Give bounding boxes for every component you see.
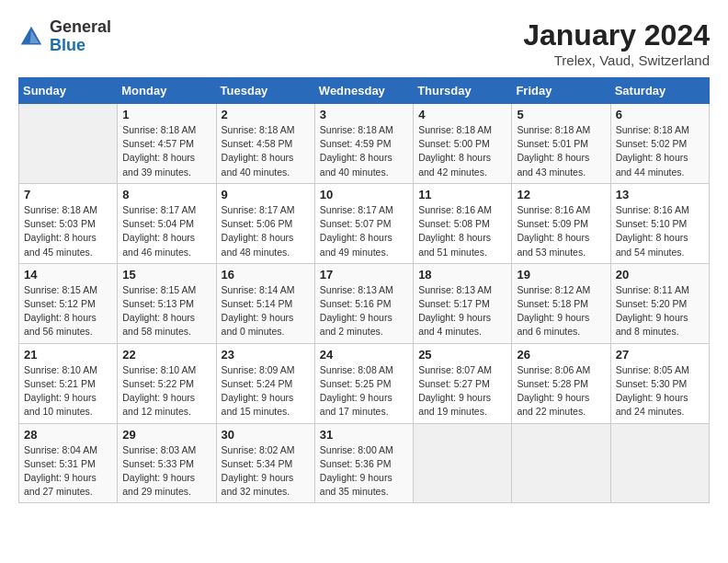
day-detail: Sunrise: 8:00 AM Sunset: 5:36 PM Dayligh…: [320, 443, 408, 500]
calendar-cell: 17Sunrise: 8:13 AM Sunset: 5:16 PM Dayli…: [314, 263, 413, 343]
calendar-cell: [19, 104, 118, 184]
day-detail: Sunrise: 8:10 AM Sunset: 5:22 PM Dayligh…: [122, 363, 210, 419]
day-number: 17: [320, 268, 408, 282]
calendar-cell: 12Sunrise: 8:16 AM Sunset: 5:09 PM Dayli…: [512, 183, 610, 263]
day-number: 3: [320, 108, 408, 121]
day-number: 29: [122, 428, 210, 442]
calendar-cell: 11Sunrise: 8:16 AM Sunset: 5:08 PM Dayli…: [414, 183, 512, 263]
day-detail: Sunrise: 8:17 AM Sunset: 5:07 PM Dayligh…: [320, 203, 408, 259]
day-number: 14: [24, 268, 112, 282]
day-detail: Sunrise: 8:06 AM Sunset: 5:28 PM Dayligh…: [517, 363, 605, 419]
calendar-cell: 5Sunrise: 8:18 AM Sunset: 5:01 PM Daylig…: [512, 104, 610, 184]
week-row-3: 14Sunrise: 8:15 AM Sunset: 5:12 PM Dayli…: [19, 263, 710, 343]
day-detail: Sunrise: 8:18 AM Sunset: 4:59 PM Dayligh…: [320, 123, 408, 179]
calendar-cell: 8Sunrise: 8:17 AM Sunset: 5:04 PM Daylig…: [118, 183, 216, 263]
day-number: 11: [418, 188, 506, 201]
weekday-header-wednesday: Wednesday: [314, 78, 413, 104]
calendar-cell: 21Sunrise: 8:10 AM Sunset: 5:21 PM Dayli…: [19, 343, 118, 423]
weekday-header-row: SundayMondayTuesdayWednesdayThursdayFrid…: [19, 78, 710, 104]
calendar-cell: 26Sunrise: 8:06 AM Sunset: 5:28 PM Dayli…: [512, 343, 610, 423]
calendar-cell: [414, 423, 512, 503]
day-number: 5: [517, 108, 605, 121]
weekday-header-sunday: Sunday: [19, 78, 118, 104]
day-number: 13: [616, 188, 704, 201]
day-detail: Sunrise: 8:16 AM Sunset: 5:09 PM Dayligh…: [517, 203, 605, 259]
day-detail: Sunrise: 8:09 AM Sunset: 5:24 PM Dayligh…: [222, 363, 310, 419]
calendar-cell: [610, 423, 709, 503]
day-number: 16: [222, 268, 310, 282]
day-number: 26: [517, 348, 605, 362]
weekday-header-tuesday: Tuesday: [216, 78, 314, 104]
day-detail: Sunrise: 8:18 AM Sunset: 5:02 PM Dayligh…: [616, 123, 704, 179]
day-number: 9: [222, 188, 310, 201]
day-number: 7: [24, 188, 112, 201]
calendar-cell: 15Sunrise: 8:15 AM Sunset: 5:13 PM Dayli…: [118, 263, 216, 343]
logo-blue: Blue: [50, 36, 85, 54]
weekday-header-saturday: Saturday: [610, 78, 709, 104]
calendar-cell: 4Sunrise: 8:18 AM Sunset: 5:00 PM Daylig…: [414, 104, 512, 184]
calendar-title: January 2024: [523, 18, 710, 52]
calendar-cell: 19Sunrise: 8:12 AM Sunset: 5:18 PM Dayli…: [512, 263, 610, 343]
header: General Blue January 2024 Trelex, Vaud, …: [18, 18, 710, 68]
calendar-cell: 28Sunrise: 8:04 AM Sunset: 5:31 PM Dayli…: [19, 423, 118, 503]
calendar-cell: 2Sunrise: 8:18 AM Sunset: 4:58 PM Daylig…: [216, 104, 314, 184]
day-detail: Sunrise: 8:13 AM Sunset: 5:17 PM Dayligh…: [418, 283, 506, 339]
day-detail: Sunrise: 8:16 AM Sunset: 5:10 PM Dayligh…: [616, 203, 704, 259]
day-detail: Sunrise: 8:05 AM Sunset: 5:30 PM Dayligh…: [616, 363, 704, 419]
day-detail: Sunrise: 8:18 AM Sunset: 5:00 PM Dayligh…: [418, 123, 506, 179]
calendar-cell: 25Sunrise: 8:07 AM Sunset: 5:27 PM Dayli…: [414, 343, 512, 423]
day-number: 10: [320, 188, 408, 201]
calendar-cell: 6Sunrise: 8:18 AM Sunset: 5:02 PM Daylig…: [610, 104, 709, 184]
day-number: 30: [222, 428, 310, 442]
day-number: 15: [122, 268, 210, 282]
weekday-header-monday: Monday: [118, 78, 216, 104]
calendar-cell: 23Sunrise: 8:09 AM Sunset: 5:24 PM Dayli…: [216, 343, 314, 423]
calendar-cell: 30Sunrise: 8:02 AM Sunset: 5:34 PM Dayli…: [216, 423, 314, 503]
weekday-header-thursday: Thursday: [414, 78, 512, 104]
day-number: 4: [418, 108, 506, 121]
day-detail: Sunrise: 8:18 AM Sunset: 4:57 PM Dayligh…: [122, 123, 210, 179]
calendar-subtitle: Trelex, Vaud, Switzerland: [523, 52, 710, 68]
weekday-header-friday: Friday: [512, 78, 610, 104]
day-detail: Sunrise: 8:11 AM Sunset: 5:20 PM Dayligh…: [616, 283, 704, 339]
day-detail: Sunrise: 8:18 AM Sunset: 5:01 PM Dayligh…: [517, 123, 605, 179]
day-detail: Sunrise: 8:16 AM Sunset: 5:08 PM Dayligh…: [418, 203, 506, 259]
calendar-cell: 31Sunrise: 8:00 AM Sunset: 5:36 PM Dayli…: [314, 423, 413, 503]
calendar-cell: 10Sunrise: 8:17 AM Sunset: 5:07 PM Dayli…: [314, 183, 413, 263]
day-detail: Sunrise: 8:15 AM Sunset: 5:12 PM Dayligh…: [24, 283, 112, 339]
day-number: 12: [517, 188, 605, 201]
day-detail: Sunrise: 8:07 AM Sunset: 5:27 PM Dayligh…: [418, 363, 506, 419]
logo-general: General: [50, 17, 111, 36]
day-detail: Sunrise: 8:02 AM Sunset: 5:34 PM Dayligh…: [222, 443, 310, 500]
day-detail: Sunrise: 8:14 AM Sunset: 5:14 PM Dayligh…: [222, 283, 310, 339]
logo-blue-text: Blue: [50, 37, 111, 55]
calendar-cell: 14Sunrise: 8:15 AM Sunset: 5:12 PM Dayli…: [19, 263, 118, 343]
day-number: 21: [24, 348, 112, 362]
day-number: 20: [616, 268, 704, 282]
day-detail: Sunrise: 8:04 AM Sunset: 5:31 PM Dayligh…: [24, 443, 112, 500]
page-container: General Blue January 2024 Trelex, Vaud, …: [18, 18, 710, 503]
day-number: 22: [122, 348, 210, 362]
calendar-cell: 1Sunrise: 8:18 AM Sunset: 4:57 PM Daylig…: [118, 104, 216, 184]
week-row-2: 7Sunrise: 8:18 AM Sunset: 5:03 PM Daylig…: [19, 183, 710, 263]
day-number: 28: [24, 428, 112, 442]
day-detail: Sunrise: 8:15 AM Sunset: 5:13 PM Dayligh…: [122, 283, 210, 339]
week-row-5: 28Sunrise: 8:04 AM Sunset: 5:31 PM Dayli…: [19, 423, 710, 503]
calendar-cell: 9Sunrise: 8:17 AM Sunset: 5:06 PM Daylig…: [216, 183, 314, 263]
day-number: 31: [320, 428, 408, 442]
day-detail: Sunrise: 8:13 AM Sunset: 5:16 PM Dayligh…: [320, 283, 408, 339]
day-number: 1: [122, 108, 210, 121]
calendar-cell: 24Sunrise: 8:08 AM Sunset: 5:25 PM Dayli…: [314, 343, 413, 423]
day-detail: Sunrise: 8:08 AM Sunset: 5:25 PM Dayligh…: [320, 363, 408, 419]
calendar-cell: 27Sunrise: 8:05 AM Sunset: 5:30 PM Dayli…: [610, 343, 709, 423]
day-number: 18: [418, 268, 506, 282]
day-number: 23: [222, 348, 310, 362]
day-detail: Sunrise: 8:03 AM Sunset: 5:33 PM Dayligh…: [122, 443, 210, 500]
day-detail: Sunrise: 8:18 AM Sunset: 4:58 PM Dayligh…: [222, 123, 310, 179]
day-number: 25: [418, 348, 506, 362]
day-number: 2: [222, 108, 310, 121]
day-number: 27: [616, 348, 704, 362]
title-block: January 2024 Trelex, Vaud, Switzerland: [523, 18, 710, 68]
day-detail: Sunrise: 8:17 AM Sunset: 5:06 PM Dayligh…: [222, 203, 310, 259]
day-detail: Sunrise: 8:17 AM Sunset: 5:04 PM Dayligh…: [122, 203, 210, 259]
